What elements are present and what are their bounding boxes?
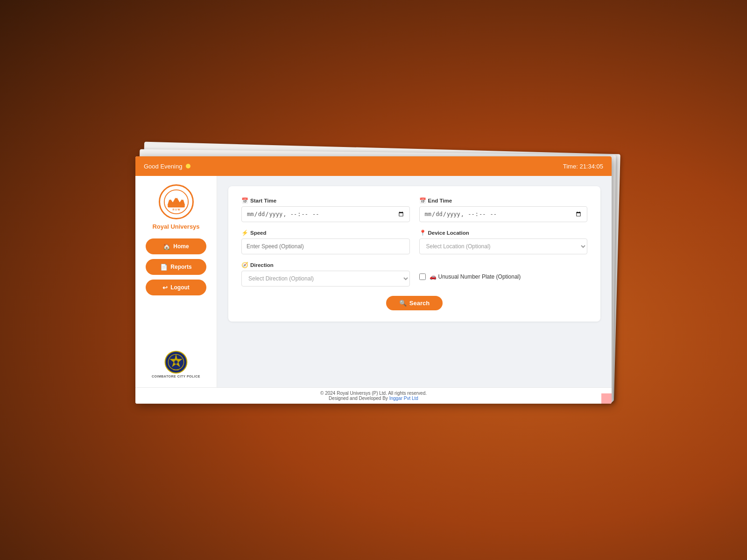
calendar2-icon: 📅 xyxy=(419,197,426,204)
greeting-section: Good Evening xyxy=(144,163,190,170)
logout-label: Logout xyxy=(170,284,190,291)
svg-text:R U W: R U W xyxy=(172,208,180,211)
reports-label: Reports xyxy=(170,264,191,270)
direction-group: 🧭 Direction Select Direction (Optional) xyxy=(241,262,410,287)
home-label: Home xyxy=(173,243,189,250)
search-card: 📅 Start Time 📅 End Time xyxy=(228,186,600,322)
search-icon: 🔍 xyxy=(399,300,407,307)
device-location-select[interactable]: Select Location (Optional) xyxy=(419,238,588,254)
logout-icon: ↩ xyxy=(162,284,168,291)
unusual-plate-label[interactable]: 🚗 Unusual Number Plate (Optional) xyxy=(430,273,521,280)
end-time-label: 📅 End Time xyxy=(419,197,588,204)
form-grid: 📅 Start Time 📅 End Time xyxy=(241,197,587,287)
svg-point-3 xyxy=(169,198,171,200)
sidebar: R U W Royal Universys 🏠 Home 📄 Reports ↩… xyxy=(135,176,217,387)
developer-text: Designed and Developed By Inggar Pvt Ltd xyxy=(140,396,607,401)
brand-logo-svg: R U W xyxy=(163,189,189,215)
logout-button[interactable]: ↩ Logout xyxy=(146,280,206,295)
device-location-group: 📍 Device Location Select Location (Optio… xyxy=(419,230,588,254)
speed-icon: ⚡ xyxy=(241,230,248,236)
unusual-plate-checkbox[interactable] xyxy=(419,273,426,280)
start-time-group: 📅 Start Time xyxy=(241,197,410,222)
unusual-plate-group: 🚗 Unusual Number Plate (Optional) xyxy=(419,262,588,287)
search-btn-row: 🔍 Search xyxy=(241,296,587,310)
svg-point-10 xyxy=(174,360,178,364)
location-icon: 📍 xyxy=(419,230,426,236)
calendar-icon: 📅 xyxy=(241,197,248,204)
svg-text:POLICE: POLICE xyxy=(173,369,179,371)
device-location-label: 📍 Device Location xyxy=(419,230,588,236)
unusual-plate-row: 🚗 Unusual Number Plate (Optional) xyxy=(419,273,588,280)
reports-icon: 📄 xyxy=(160,264,168,271)
svg-point-5 xyxy=(181,198,183,200)
car-icon: 🚗 xyxy=(430,273,437,280)
direction-icon: 🧭 xyxy=(241,262,248,268)
start-time-input[interactable] xyxy=(241,206,410,222)
greeting-dot xyxy=(186,164,190,168)
unusual-plate-spacer xyxy=(419,262,588,267)
svg-point-4 xyxy=(175,196,177,198)
home-icon: 🏠 xyxy=(163,243,170,250)
speed-group: ⚡ Speed xyxy=(241,230,410,254)
greeting-text: Good Evening xyxy=(144,163,182,170)
copyright-text: © 2024 Royal Universys (P) Ltd. All righ… xyxy=(140,391,607,396)
main-content: 📅 Start Time 📅 End Time xyxy=(217,176,612,387)
direction-label: 🧭 Direction xyxy=(241,262,410,268)
svg-rect-2 xyxy=(168,205,185,208)
end-time-input[interactable] xyxy=(419,206,588,222)
start-time-label: 📅 Start Time xyxy=(241,197,410,204)
police-label: COIMBATORE CITY POLICE xyxy=(152,375,200,378)
footer-color-box xyxy=(601,393,612,404)
speed-input[interactable] xyxy=(241,238,410,254)
top-bar: Good Evening Time: 21:34:05 xyxy=(135,156,612,176)
police-logo-svg: POLICE xyxy=(164,350,188,374)
logo-inner: R U W xyxy=(162,188,190,216)
end-time-group: 📅 End Time xyxy=(419,197,588,222)
sidebar-footer: POLICE COIMBATORE CITY POLICE xyxy=(152,350,200,382)
speed-label: ⚡ Speed xyxy=(241,230,410,236)
direction-select[interactable]: Select Direction (Optional) xyxy=(241,271,410,287)
search-button[interactable]: 🔍 Search xyxy=(386,296,443,310)
developer-link[interactable]: Inggar Pvt Ltd xyxy=(389,396,418,401)
home-button[interactable]: 🏠 Home xyxy=(146,238,206,254)
brand-name: Royal Universys xyxy=(152,223,199,230)
logo-circle: R U W xyxy=(159,184,194,219)
window-footer: © 2024 Royal Universys (P) Ltd. All righ… xyxy=(135,387,612,404)
reports-button[interactable]: 📄 Reports xyxy=(146,259,206,275)
time-display: Time: 21:34:05 xyxy=(563,163,603,170)
